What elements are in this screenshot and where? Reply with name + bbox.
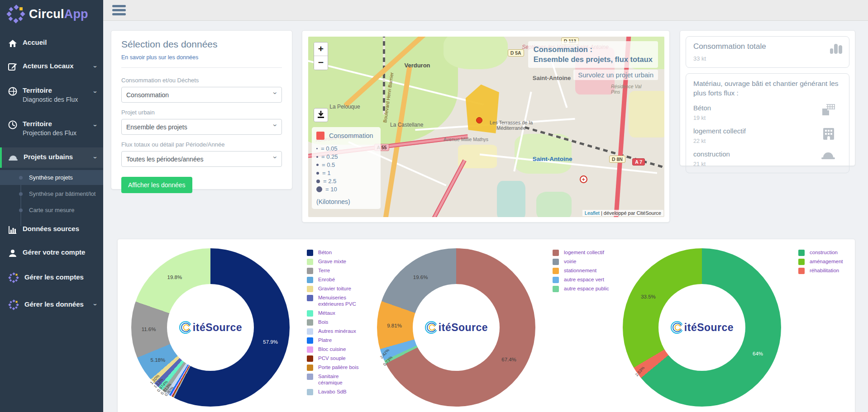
legend-unit: (Kilotonnes) (316, 198, 376, 205)
top-flux-card: Matériau, ouvrage bâti et chantier génér… (686, 73, 849, 173)
sidebar-item-gerer-votre-compte[interactable]: Gérer votre compte (0, 244, 103, 262)
map-label-terrasses: Les Terrasses de la Méditerranée (486, 120, 536, 131)
legend-item: Porte palière bois (307, 364, 363, 371)
projet-urbain-select-wrap: Ensemble des projets (121, 119, 282, 135)
leaflet-map[interactable]: + Verduron Saint-Antoine Saint-Antoine S… (308, 37, 664, 217)
building-icon (822, 127, 835, 142)
slice-percentage-label: 57.9% (263, 339, 278, 345)
legend-item: Terre (307, 267, 363, 274)
circulapp-icon (8, 272, 19, 283)
size-legend-entry: = 0.05 (316, 145, 376, 152)
size-legend-entry: = 2.5 (316, 178, 376, 185)
flux-item-construction: construction 21 kt (693, 150, 842, 167)
topbar (103, 0, 868, 21)
map-label-la-pelouque: La Pelouque (329, 104, 360, 110)
user-icon (8, 249, 17, 258)
sidebar-item-territoire-diagnostic[interactable]: TerritoireDiagnostic des Flux › (0, 82, 103, 108)
sidebar-item-territoire-projection[interactable]: TerritoireProjection des Flux › (0, 116, 103, 141)
map-panel: + Verduron Saint-Antoine Saint-Antoine S… (302, 30, 670, 223)
donut-hole: itéSource (658, 284, 745, 371)
more-info-link[interactable]: En savoir plus sur les données (121, 54, 198, 61)
motorway-ramp (424, 160, 466, 217)
plus-marker[interactable]: + (580, 175, 587, 183)
field-label-flux-periode: Flux totaux ou détail par Période/Année (121, 141, 282, 148)
conso-dechets-select[interactable]: Consommation (121, 87, 282, 103)
data-selection-panel: Sélection des données En savoir plus sur… (111, 30, 292, 189)
field-label-projet-urbain: Projet urbain (121, 109, 282, 116)
legend-item: Lavabo SdB (307, 388, 363, 395)
sidebar-item-gerer-les-donnees[interactable]: Gérer les données › (0, 295, 103, 314)
legend-item: Bois (307, 319, 363, 326)
citesource-logo: itéSource (424, 321, 488, 334)
road-badge-d8n: D 8N (609, 156, 625, 163)
bullet-icon (19, 192, 23, 196)
consumption-swatch (316, 132, 324, 140)
chart-legend: logement collectifvoiriestationnementaut… (553, 249, 609, 407)
sidebar-item-projets-urbains[interactable]: Projets urbains › (0, 147, 103, 168)
leaflet-link[interactable]: Leaflet (585, 210, 600, 216)
chart-legend: constructionaménagementréhabilitation (798, 249, 855, 407)
legend-item: autre espace public (553, 285, 609, 292)
charts-panel: itéSource 57.9%19.8%11.6%5.18%1.10%1.13%… (117, 239, 855, 412)
download-button[interactable] (314, 108, 328, 122)
flux-item-logement-collectif: logement collectif 22 kt (693, 127, 842, 144)
citesource-logo-icon (179, 321, 192, 334)
download-icon (317, 111, 324, 119)
zoom-out-button[interactable]: − (314, 56, 328, 70)
citesource-logo-icon (670, 321, 684, 334)
size-legend-entry: = 0.25 (316, 153, 376, 160)
menu-toggle-icon[interactable] (112, 5, 126, 16)
wall-icon (822, 104, 835, 118)
sidebar-subitem-synthese-batiment[interactable]: Synthèse par bâtiment/lot (0, 186, 103, 201)
legend-item: Gravier toiture (307, 285, 363, 292)
legend-item: Autres minéraux (307, 328, 363, 335)
map-label-saint-antoine: Saint-Antoine (533, 156, 572, 162)
divider (121, 67, 282, 68)
map-legend: Consommation = 0.05= 0.25= 0.5= 1= 2.5= … (312, 127, 381, 209)
map-zoom-control: + − (314, 42, 328, 70)
map-attribution: Leaflet | développé par CitéSource (582, 210, 663, 216)
donut-operations: itéSource 64%33.5%2.53% (623, 248, 781, 407)
hard-hat-icon (8, 153, 18, 162)
sidebar-item-donnees-sources[interactable]: Données sources (0, 221, 103, 238)
total-consumption-title: Consommation totale (693, 42, 842, 51)
clock-icon (8, 120, 17, 129)
edit-icon (8, 62, 17, 71)
sidebar-item-accueil[interactable]: Accueil (0, 34, 103, 52)
flux-item-beton: Béton 19 kt (693, 104, 842, 121)
legend-item: Sanitaire céramique (307, 373, 363, 386)
legend-item: Menuiseries extérieures PVC (307, 294, 363, 308)
slice-percentage-label: 67.4% (501, 357, 516, 362)
map-label-la-castellane: La Castellane (390, 122, 423, 128)
legend-item: Béton (307, 249, 363, 256)
projet-urbain-select[interactable]: Ensemble des projets (121, 119, 282, 135)
road-badge-d5a: D 5A (508, 49, 524, 57)
slice-percentage-label: 9.81% (387, 323, 402, 328)
legend-item: Bloc cuisine (307, 346, 363, 353)
legend-item: aménagement (798, 258, 855, 265)
map-label-verduron: Verduron (404, 62, 430, 69)
sidebar-subitem-synthese-projets[interactable]: Synthèse projets (0, 170, 103, 185)
stats-panel: Consommation totale 33 kt Matériau, ouvr… (680, 30, 855, 166)
app-logo[interactable]: CirculApp (6, 5, 88, 24)
legend-item: voirie (553, 258, 609, 265)
conso-dechets-select-wrap: Consommation (121, 87, 282, 103)
sidebar-item-acteurs-locaux[interactable]: Acteurs Locaux › (0, 58, 103, 76)
donut-hole: itéSource (167, 284, 254, 371)
chevron-down-icon: › (92, 303, 100, 306)
size-legend-entry: = 0.5 (316, 161, 376, 168)
sidebar-item-gerer-les-comptes[interactable]: Gérer les comptes (0, 268, 103, 287)
sidebar-subitem-carte-sur-mesure[interactable]: Carte sur mesure (0, 203, 103, 218)
bullet-icon (19, 208, 23, 212)
map-title-overlay: Consommation : Ensemble des projets, flu… (528, 41, 658, 68)
show-data-button[interactable]: Afficher les données (121, 177, 192, 193)
app-title: CirculApp (29, 7, 88, 21)
circulapp-logo-icon (6, 5, 25, 24)
bar-chart-icon (829, 42, 843, 57)
flux-periode-select[interactable]: Toutes les périodes/années (121, 151, 282, 167)
zoom-in-button[interactable]: + (314, 43, 328, 56)
consumption-point-marker[interactable] (476, 117, 482, 123)
citesource-logo: itéSource (670, 321, 734, 334)
map-label-residence: Résidence Val Pins (611, 84, 643, 95)
size-legend-entry: = 1 (316, 170, 376, 176)
